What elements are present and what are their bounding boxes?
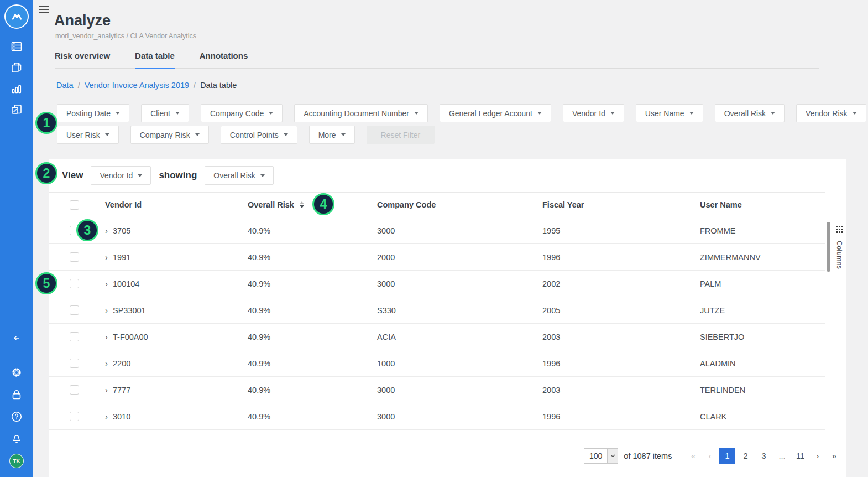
table-row: T-F00A0040.9%ACIA2003SIEBERTJO	[49, 324, 825, 350]
expand-row-icon[interactable]	[105, 359, 108, 367]
row-checkbox[interactable]	[70, 252, 79, 262]
expand-row-icon[interactable]	[105, 253, 108, 261]
row-checkbox[interactable]	[70, 385, 79, 395]
documents-icon[interactable]	[10, 61, 23, 74]
partial-row	[49, 430, 825, 437]
cell-vendor-id: SP33001	[105, 306, 248, 315]
page-button-3[interactable]: 3	[755, 448, 772, 464]
filter-control-points[interactable]: Control Points	[221, 126, 297, 144]
menu-icon[interactable]	[39, 6, 49, 13]
filter-bar: Posting DateClientCompany CodeAccounting…	[57, 104, 866, 144]
page-button-1[interactable]: 1	[719, 448, 735, 464]
row-checkbox[interactable]	[70, 412, 79, 421]
expand-row-icon[interactable]	[105, 279, 108, 288]
column-header-company-code[interactable]: Company Code	[363, 193, 542, 217]
view-dimension-dropdown[interactable]: Vendor Id	[91, 166, 151, 185]
sidebar-bottom: TK	[0, 331, 33, 477]
expand-row-icon[interactable]	[105, 306, 108, 314]
cell-vendor-id: 1991	[105, 253, 248, 262]
columns-panel-toggle[interactable]: Columns	[833, 191, 845, 439]
filter-label: Posting Date	[66, 109, 111, 118]
column-header-fiscal-year[interactable]: Fiscal Year	[542, 200, 700, 209]
page-button-2[interactable]: 2	[737, 448, 754, 464]
sidebar: TK	[0, 0, 33, 477]
user-avatar[interactable]: TK	[9, 454, 24, 468]
showing-metric-dropdown[interactable]: Overall Risk	[205, 166, 273, 185]
first-page-button[interactable]: «	[686, 448, 700, 464]
filter-label: Company Code	[210, 109, 264, 118]
filter-more[interactable]: More	[309, 126, 355, 144]
filter-user-name[interactable]: User Name	[636, 104, 703, 122]
filter-label: Client	[150, 109, 170, 118]
tab-risk-overview[interactable]: Risk overview	[55, 51, 110, 68]
filter-vendor-risk[interactable]: Vendor Risk	[796, 104, 866, 122]
column-header-vendor-id[interactable]: Vendor Id	[105, 200, 248, 209]
filter-label: Company Risk	[140, 131, 190, 139]
filter-row-1: Posting DateClientCompany CodeAccounting…	[57, 104, 866, 122]
cell-user-name: PALM	[700, 279, 825, 288]
select-all-checkbox[interactable]	[70, 200, 79, 210]
expand-row-icon[interactable]	[105, 226, 108, 235]
page-button-11[interactable]: 11	[792, 448, 808, 464]
filter-overall-risk[interactable]: Overall Risk	[715, 104, 785, 122]
column-header-overall-risk[interactable]: Overall Risk	[248, 200, 363, 209]
cell-fiscal-year: 2002	[542, 279, 700, 288]
next-page-button[interactable]: ›	[810, 448, 825, 464]
annotations-icon[interactable]	[10, 103, 23, 116]
filter-company-risk[interactable]: Company Risk	[130, 126, 209, 144]
row-checkbox[interactable]	[70, 359, 79, 368]
last-page-button[interactable]: »	[827, 448, 841, 464]
row-checkbox[interactable]	[70, 305, 79, 315]
data-icon[interactable]	[10, 40, 23, 53]
cell-company-code: 3000	[363, 403, 542, 429]
filter-general-ledger-account[interactable]: General Ledger Account	[440, 104, 551, 122]
cell-overall-risk: 40.9%	[248, 359, 363, 368]
cell-fiscal-year: 1996	[542, 359, 700, 368]
help-icon[interactable]	[10, 410, 23, 423]
analytics-icon[interactable]	[10, 82, 23, 95]
brand-logo[interactable]	[4, 4, 29, 29]
pager-ellipsis: ...	[773, 448, 790, 464]
filter-row-2: User RiskCompany RiskControl PointsMoreR…	[57, 126, 866, 144]
breadcrumb-data[interactable]: Data	[56, 81, 74, 90]
tab-data-table[interactable]: Data table	[135, 51, 175, 68]
column-header-overall-risk-label: Overall Risk	[248, 200, 294, 209]
cell-fiscal-year: 2003	[542, 333, 700, 341]
breadcrumb-vendor-invoice-analysis-2019[interactable]: Vendor Invoice Analysis 2019	[85, 81, 189, 90]
page-size-value: 100	[584, 449, 607, 463]
lock-icon[interactable]	[10, 388, 23, 401]
page-size-select[interactable]: 100	[584, 448, 618, 464]
notifications-icon[interactable]	[10, 432, 23, 445]
tab-annotations[interactable]: Annotations	[200, 51, 248, 68]
previous-page-button[interactable]: ‹	[702, 448, 717, 464]
filter-client[interactable]: Client	[141, 104, 189, 122]
sort-icon[interactable]	[300, 201, 304, 208]
column-header-user-name[interactable]: User Name	[700, 200, 825, 209]
filter-label: Overall Risk	[724, 109, 766, 118]
filter-user-risk[interactable]: User Risk	[57, 126, 119, 144]
reset-filter-button[interactable]: Reset Filter	[367, 126, 435, 144]
row-checkbox[interactable]	[70, 332, 79, 341]
filter-accounting-document-number[interactable]: Accounting Document Number	[294, 104, 428, 122]
cell-vendor-id: T-F00A00	[105, 333, 248, 341]
table-row: 10010440.9%30002002PALM	[49, 271, 825, 297]
expand-row-icon[interactable]	[105, 386, 108, 394]
expand-row-icon[interactable]	[105, 412, 108, 421]
vertical-scrollbar[interactable]	[827, 222, 830, 272]
filter-company-code[interactable]: Company Code	[201, 104, 283, 122]
chevron-down-icon	[689, 112, 694, 115]
table-row: 370540.9%30001995FROMME	[49, 217, 825, 244]
chevron-down-icon	[607, 449, 618, 463]
filter-vendor-id[interactable]: Vendor Id	[563, 104, 624, 122]
cell-user-name: SIEBERTJO	[700, 333, 825, 341]
cell-vendor-id: 7777	[105, 386, 248, 395]
row-checkbox[interactable]	[70, 279, 79, 288]
settings-icon[interactable]	[10, 366, 23, 379]
collapse-sidebar-icon[interactable]	[10, 331, 23, 345]
breadcrumb-separator: /	[194, 81, 196, 90]
expand-row-icon[interactable]	[105, 333, 108, 341]
chevron-down-icon	[269, 112, 273, 115]
annotation-badge-3: 3	[76, 219, 98, 241]
filter-posting-date[interactable]: Posting Date	[57, 104, 129, 122]
cell-overall-risk: 40.9%	[248, 253, 363, 262]
